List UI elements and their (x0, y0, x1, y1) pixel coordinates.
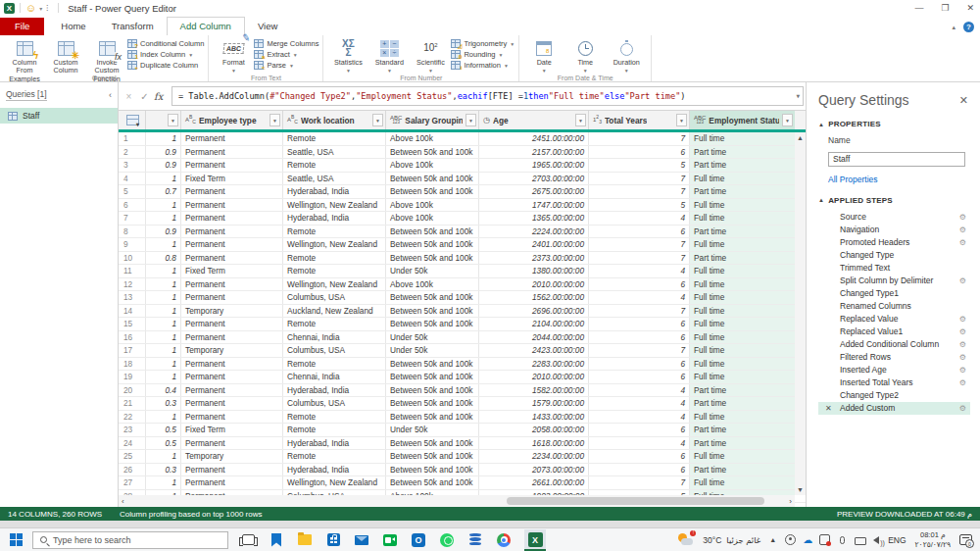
applied-step-source[interactable]: Source⚙ (818, 211, 970, 224)
cell[interactable]: 6 (589, 225, 690, 238)
cell[interactable]: 1 (146, 212, 181, 225)
cell[interactable]: Between 50k and 100k (386, 384, 479, 397)
table-row[interactable]: 191PermanentChennai, IndiaBetween 50k an… (119, 371, 806, 384)
cell[interactable]: Above 100k (386, 132, 479, 145)
cell[interactable]: 6 (589, 450, 690, 463)
cell[interactable]: 1 (146, 173, 181, 185)
weather-icon[interactable]: ! (678, 533, 694, 547)
cell[interactable]: 7 (589, 476, 690, 489)
applied-step-trimmed-text[interactable]: Trimmed Text (818, 262, 970, 275)
table-row[interactable]: 251TemporaryRemoteBetween 50k and 100k22… (119, 450, 806, 464)
show-hidden-icons-chevron[interactable]: ▲ (769, 536, 776, 543)
step-settings-gear-icon[interactable]: ⚙ (959, 378, 966, 387)
cell[interactable]: 7 (589, 185, 690, 198)
cell[interactable]: 2675.00:00:00 (479, 185, 589, 198)
row-number[interactable]: 20 (119, 384, 146, 397)
cell[interactable]: Full time (690, 450, 795, 463)
cell[interactable]: 1 (146, 199, 181, 212)
cell[interactable]: 2058.00:00:00 (479, 424, 589, 436)
cell[interactable]: 4 (589, 384, 690, 397)
ribbon-button-parse[interactable]: <Parse▼ (254, 61, 318, 70)
cell[interactable]: 6 (589, 358, 690, 371)
cell[interactable]: 1618.00:00:00 (479, 437, 589, 450)
ribbon-button-date[interactable]: Date▼ (523, 37, 564, 74)
cell[interactable]: Permanent (181, 437, 283, 450)
cell[interactable]: Between 50k and 100k (386, 464, 479, 476)
weather-temperature[interactable]: 30°C (703, 535, 721, 545)
table-row[interactable]: 240.5PermanentHyderabad, IndiaBetween 50… (119, 437, 806, 451)
cell[interactable]: Temporary (181, 344, 283, 357)
cell[interactable]: Permanent (181, 212, 283, 225)
cell[interactable]: 1 (146, 371, 181, 383)
cell[interactable]: Between 50k and 100k (386, 185, 479, 198)
filter-dropdown-icon[interactable]: ▼ (466, 114, 476, 126)
google-meet-icon[interactable] (382, 532, 398, 548)
cell[interactable]: Part time (690, 225, 795, 238)
table-row[interactable]: 30.9PermanentRemoteAbove 100k1965.00:00:… (119, 159, 806, 173)
cell[interactable]: Wellington, New Zealand (283, 238, 386, 251)
applied-step-inserted-total-years[interactable]: Inserted Total Years⚙ (818, 376, 970, 389)
row-number[interactable]: 4 (119, 173, 146, 185)
cell[interactable]: Remote (283, 159, 386, 172)
applied-step-changed-type[interactable]: Changed Type (818, 249, 970, 262)
table-row[interactable]: 260.3PermanentHyderabad, IndiaBetween 50… (119, 464, 806, 477)
cell[interactable]: Permanent (181, 291, 283, 304)
cell[interactable]: Part time (690, 397, 795, 410)
cell[interactable]: Permanent (181, 132, 283, 145)
row-number[interactable]: 19 (119, 371, 146, 383)
collapse-section-icon[interactable]: ▲ (818, 122, 824, 127)
row-number[interactable]: 1 (119, 132, 146, 145)
cell[interactable]: 2423.00:00:00 (479, 344, 589, 357)
applied-step-changed-type1[interactable]: Changed Type1 (818, 287, 970, 300)
onedrive-tray-icon[interactable]: ☁ (803, 535, 812, 545)
row-number[interactable]: 10 (119, 252, 146, 265)
cell[interactable]: Auckland, New Zealand (283, 305, 386, 318)
ribbon-button-time[interactable]: Time▼ (564, 37, 606, 74)
close-settings-icon[interactable]: ✕ (959, 94, 968, 107)
accounts-tray-icon[interactable] (785, 534, 796, 545)
help-icon[interactable]: ? (963, 22, 974, 32)
applied-step-renamed-columns[interactable]: Renamed Columns (818, 300, 970, 313)
cell[interactable]: Full time (690, 199, 795, 212)
ribbon-button-extract[interactable]: aExtract▼ (254, 50, 318, 59)
cell[interactable]: 1 (146, 305, 181, 318)
cell[interactable]: 1 (146, 476, 181, 489)
whatsapp-icon[interactable] (439, 532, 455, 548)
tab-view[interactable]: View (245, 18, 290, 35)
cell[interactable]: Permanent (181, 411, 283, 424)
cell[interactable]: 2044.00:00:00 (479, 331, 589, 344)
cell[interactable]: Permanent (181, 225, 283, 238)
cell[interactable]: 1 (146, 278, 181, 291)
applied-step-promoted-headers[interactable]: Promoted Headers⚙ (818, 236, 970, 249)
cell[interactable]: 6 (589, 331, 690, 344)
applied-step-replaced-value[interactable]: Replaced Value⚙ (818, 313, 970, 326)
column-header-fte[interactable]: ▼ (146, 111, 181, 129)
table-row[interactable]: 171TemporaryColumbus, USAUnder 50k2423.0… (119, 344, 806, 358)
database-app-icon[interactable] (467, 532, 483, 548)
row-number[interactable]: 11 (119, 265, 146, 277)
cell[interactable]: 6 (589, 278, 690, 291)
row-number[interactable]: 12 (119, 278, 146, 291)
weather-description[interactable]: غائم جزئيا (726, 535, 760, 545)
cell[interactable]: 6 (589, 371, 690, 383)
table-row[interactable]: 41Fixed TermSeattle, USABetween 50k and … (119, 173, 806, 186)
ribbon-button-statistics[interactable]: ΧΣΣStatistics▼ (327, 37, 368, 74)
cell[interactable]: 1365.00:00:00 (479, 212, 589, 225)
grid-corner-cell[interactable] (119, 111, 146, 129)
table-row[interactable]: 50.7PermanentHyderabad, IndiaBetween 50k… (119, 185, 806, 199)
row-number[interactable]: 25 (119, 450, 146, 463)
cell[interactable]: Temporary (181, 305, 283, 318)
cell[interactable]: Columbus, USA (283, 291, 386, 304)
cell[interactable]: Remote (283, 450, 386, 463)
cell[interactable]: Permanent (181, 185, 283, 198)
table-row[interactable]: 230.5Fixed TermRemoteUnder 50k2058.00:00… (119, 424, 806, 437)
applied-step-changed-type2[interactable]: Changed Type2 (818, 389, 970, 402)
cell[interactable]: Wellington, New Zealand (283, 199, 386, 212)
clock[interactable]: 08:01 م ٢٠٢٥/٠٧/٢٩ (915, 530, 951, 549)
cell[interactable]: Fixed Term (181, 173, 283, 185)
cell[interactable]: 1 (146, 358, 181, 371)
table-row[interactable]: 181PermanentRemoteBetween 50k and 100k22… (119, 358, 806, 372)
ribbon-button-scientific[interactable]: 102Scientific▼ (410, 37, 451, 74)
cell[interactable]: Under 50k (386, 331, 479, 344)
cell[interactable]: 6 (589, 424, 690, 436)
